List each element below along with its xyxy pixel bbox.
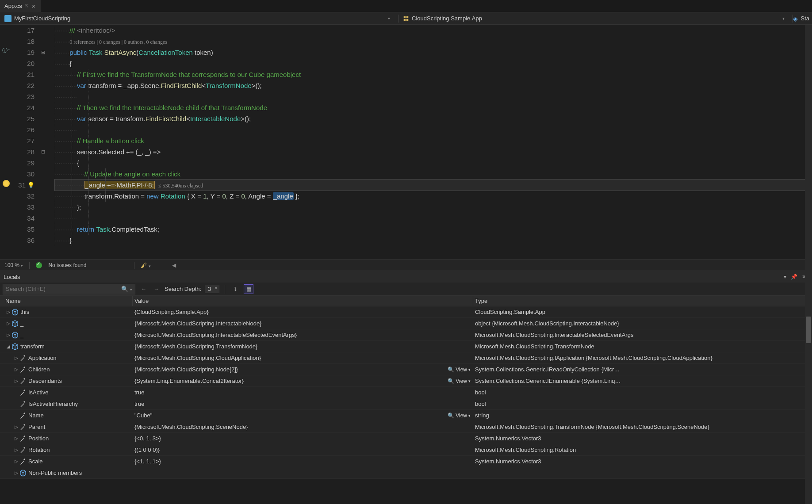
locals-row[interactable]: ▷Application{Microsoft.Mesh.CloudScripti… [0, 352, 812, 364]
nav-back-icon[interactable]: ← [139, 286, 148, 292]
code-line[interactable]: ················// Update the angle on e… [55, 168, 812, 179]
code-line[interactable]: ············{ [55, 157, 812, 168]
code-line[interactable]: ········} [55, 235, 812, 246]
code-line[interactable]: ············// First we find the Transfo… [55, 69, 812, 80]
locals-row[interactable]: ▷Descendants{System.Linq.Enumerable.Conc… [0, 375, 812, 387]
locals-search[interactable]: 🔍 ▾ [3, 284, 135, 294]
code-line[interactable]: ········0 references | 0 changes | 0 aut… [55, 36, 812, 47]
codelens[interactable]: 0 references | 0 changes | 0 authors, 0 … [69, 39, 167, 45]
locals-search-input[interactable] [6, 286, 121, 292]
locals-row[interactable]: ▷this{CloudScripting.Sample.App}CloudScr… [0, 306, 812, 318]
search-icon[interactable]: 🔍 ▾ [121, 286, 132, 292]
vertical-scrollbar[interactable] [805, 25, 812, 504]
info-icon[interactable]: ⓘ↑ [2, 47, 10, 53]
col-header-value[interactable]: Value [133, 296, 473, 306]
svg-rect-0 [404, 16, 406, 18]
zoom-level[interactable]: 100 % ▾ [4, 262, 23, 268]
code-line[interactable]: ············ [55, 213, 812, 224]
search-depth-dropdown[interactable]: 3 [205, 285, 219, 293]
locals-row[interactable]: ▷Non-Public members [0, 467, 812, 479]
code-line[interactable]: ············// Then we find the Interact… [55, 102, 812, 113]
nav-left-icon[interactable]: ◀ [172, 262, 176, 268]
chevron-down-icon[interactable]: ▾ [388, 16, 394, 21]
code-line[interactable]: ············sensor.Selected += (_, _) => [55, 146, 812, 157]
object-icon [11, 332, 19, 339]
expand-toggle[interactable] [13, 390, 19, 395]
wrench-icon [19, 447, 27, 454]
locals-row-value: {Microsoft.Mesh.CloudScripting.Interacta… [134, 332, 297, 338]
fold-toggle[interactable]: ⊟ [39, 47, 47, 58]
code-line[interactable]: ············var·sensor·=·transform.FindF… [55, 113, 812, 124]
locals-row[interactable]: ▷_{Microsoft.Mesh.CloudScripting.Interac… [0, 318, 812, 329]
expand-toggle[interactable] [13, 413, 19, 418]
code-editor[interactable]: ⓘ↑ 171819202122232425262728293031 💡32333… [0, 25, 812, 259]
scrollbar-thumb[interactable] [806, 317, 811, 343]
code-line[interactable]: ············return·Task.CompletedTask; [55, 224, 812, 235]
ok-icon [36, 262, 42, 268]
window-dropdown-icon[interactable]: ▾ [781, 274, 789, 280]
locals-row-value: {<1, 1, 1>} [134, 458, 161, 465]
editor-status-bar: 100 % ▾ No issues found 🖌 ▾ ◀ [0, 259, 812, 271]
expand-toggle[interactable]: ▷ [13, 436, 19, 441]
breadcrumb-project[interactable]: MyFirstCloudScripting ▾ [0, 15, 398, 22]
expand-toggle[interactable]: ▷ [5, 332, 11, 337]
fold-toggle[interactable]: ⊟ [39, 146, 47, 157]
brush-icon[interactable]: 🖌 ▾ [141, 262, 151, 269]
expand-toggle[interactable]: ▷ [13, 355, 19, 360]
pin-icon[interactable]: ⇱ [25, 4, 28, 8]
lightbulb-icon[interactable]: 💡 [27, 179, 34, 191]
locals-row[interactable]: ◢transform{Microsoft.Mesh.CloudScripting… [0, 341, 812, 352]
locals-row-name: this [20, 309, 29, 315]
code-line[interactable]: ············// Handle a button click [55, 135, 812, 146]
locals-row[interactable]: IsActivetruebool [0, 387, 812, 398]
locals-row[interactable]: ▷Parent{Microsoft.Mesh.CloudScripting.Sc… [0, 421, 812, 433]
code-line[interactable]: ············ [55, 124, 812, 135]
chevron-down-icon[interactable]: ▾ [782, 16, 788, 21]
expand-toggle[interactable]: ▷ [13, 447, 19, 452]
code-line[interactable]: ················_angle·+=·MathF.PI·/·8;≤… [55, 179, 812, 191]
locals-row-value: true [134, 389, 144, 396]
nav-fwd-icon[interactable]: → [152, 286, 161, 292]
expand-toggle[interactable]: ▷ [5, 321, 11, 326]
locals-panel: Locals ▾ 📌 ✕ 🔍 ▾ ← → Search Depth: 3 ⤵ ▦… [0, 271, 812, 479]
expand-toggle[interactable]: ◢ [5, 344, 11, 349]
view-button[interactable]: 🔍View ▾ [448, 378, 471, 384]
code-line[interactable]: ········/// <inheritdoc/> [55, 25, 812, 36]
locals-row[interactable]: ▷Rotation{(1 0 0 0)}Microsoft.Mesh.Cloud… [0, 444, 812, 456]
breadcrumb-member[interactable]: ◈ Sta [793, 15, 812, 22]
code-line[interactable]: ············var·transform·=·_app.Scene.F… [55, 80, 812, 91]
code-line[interactable]: ············}; [55, 202, 812, 213]
expand-toggle[interactable] [13, 401, 19, 406]
locals-row[interactable]: Name"Cube"🔍View ▾string [0, 410, 812, 421]
svg-rect-1 [406, 16, 408, 18]
code-line[interactable]: ············ [55, 91, 812, 102]
code-line[interactable]: ················transform.Rotation = new… [55, 191, 812, 202]
pin-icon[interactable]: 📌 [789, 274, 800, 280]
col-header-name[interactable]: Name [0, 296, 133, 306]
locals-grid-header: Name Value Type [0, 296, 812, 306]
locals-row[interactable]: ▷Position{<0, 1, 3>}System.Numerics.Vect… [0, 433, 812, 444]
expand-toggle[interactable]: ▷ [5, 309, 11, 314]
view-button[interactable]: 🔍View ▾ [448, 412, 471, 419]
expand-toggle[interactable]: ▷ [13, 470, 19, 475]
view-button[interactable]: 🔍View ▾ [448, 367, 471, 373]
expand-toggle[interactable]: ▷ [13, 367, 19, 372]
code-line[interactable]: ········public·Task·StartAsync(Cancellat… [55, 47, 812, 58]
expand-toggle[interactable]: ▷ [13, 378, 19, 383]
toolbar-btn-2[interactable]: ▦ [244, 284, 253, 294]
col-header-type[interactable]: Type [473, 296, 812, 306]
locals-row[interactable]: ▷Scale{<1, 1, 1>}System.Numerics.Vector3 [0, 456, 812, 467]
locals-row[interactable]: IsActiveInHierarchytruebool [0, 398, 812, 410]
toolbar-btn-1[interactable]: ⤵ [230, 284, 240, 294]
search-depth-label: Search Depth: [165, 286, 201, 292]
expand-toggle[interactable]: ▷ [13, 459, 19, 464]
breakpoint-icon[interactable] [3, 180, 10, 187]
expand-toggle[interactable]: ▷ [13, 424, 19, 429]
close-icon[interactable]: × [31, 3, 36, 10]
tab-appcs[interactable]: App.cs ⇱ × [0, 0, 41, 12]
locals-row[interactable]: ▷Children{Microsoft.Mesh.CloudScripting.… [0, 364, 812, 375]
code-line[interactable]: ········{ [55, 58, 812, 69]
locals-row[interactable]: ▷_{Microsoft.Mesh.CloudScripting.Interac… [0, 329, 812, 341]
locals-row-type: Microsoft.Mesh.CloudScripting.IApplicati… [475, 355, 712, 361]
breadcrumb-class[interactable]: CloudScripting.Sample.App ▾ [398, 15, 793, 22]
